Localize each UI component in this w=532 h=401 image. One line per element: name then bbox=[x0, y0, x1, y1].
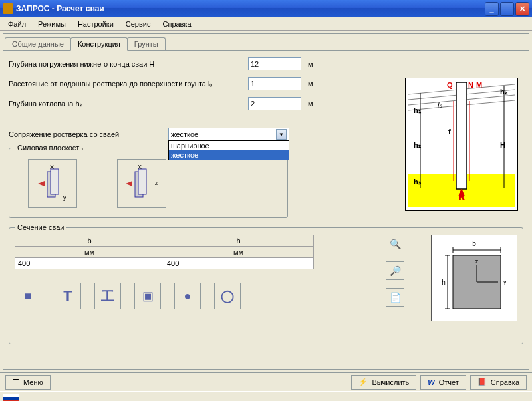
status-bar bbox=[0, 391, 532, 401]
force-plane-title: Силовая плоскость bbox=[15, 144, 86, 152]
help-icon: 📕 bbox=[477, 378, 487, 386]
tab-soils[interactable]: Грунты bbox=[127, 37, 166, 51]
menu-icon: ☰ bbox=[13, 378, 19, 386]
zoom-button[interactable]: 🔍 bbox=[386, 235, 404, 253]
pile-section-title: Сечение сваи bbox=[15, 223, 66, 231]
menu-service[interactable]: Сервис bbox=[120, 19, 156, 29]
joint-dropdown-list: шарнирное жесткое bbox=[168, 140, 289, 160]
square-icon: ■ bbox=[25, 289, 32, 303]
zoom2-icon: 🔎 bbox=[390, 265, 401, 276]
unit-header-b: мм bbox=[15, 247, 164, 258]
report-button[interactable]: W Отчет bbox=[420, 375, 466, 390]
document-button[interactable]: 📄 bbox=[386, 288, 404, 307]
shape-square-button[interactable]: ■ bbox=[15, 283, 41, 309]
distance-input[interactable] bbox=[248, 77, 301, 90]
unit-header-h: мм bbox=[164, 247, 313, 258]
pile-section-group: Сечение сваи b h мм мм 400 bbox=[9, 227, 523, 344]
joint-dropdown[interactable]: жесткое ▼ bbox=[168, 128, 289, 141]
minimize-button[interactable]: _ bbox=[485, 2, 499, 16]
doc-icon: 📄 bbox=[390, 292, 401, 303]
svg-rect-5 bbox=[138, 169, 146, 194]
main-panel: Общие данные Конструкция Грунты Глубина … bbox=[3, 33, 529, 370]
cross-section-diagram: b h z y bbox=[431, 235, 517, 321]
solidcircle-icon: ● bbox=[184, 289, 192, 303]
svg-text:y: y bbox=[503, 279, 507, 285]
svg-text:z: z bbox=[475, 258, 479, 265]
joint-dropdown-value: жесткое bbox=[171, 130, 276, 138]
depth-unit: м bbox=[308, 60, 313, 68]
svg-text:X: X bbox=[50, 164, 54, 170]
svg-text:b: b bbox=[472, 240, 476, 247]
svg-text:h: h bbox=[442, 279, 446, 286]
toolbar-menu-button[interactable]: ☰ Меню bbox=[5, 375, 51, 390]
ibeam-icon: 工 bbox=[101, 287, 114, 305]
shape-ring-button[interactable]: ◯ bbox=[214, 283, 241, 309]
joint-label: Сопряжение ростверка со сваей bbox=[9, 130, 168, 138]
menu-settings[interactable]: Настройки bbox=[72, 19, 119, 29]
shape-tee-button[interactable]: T bbox=[55, 283, 81, 309]
joint-option-rigid[interactable]: жесткое bbox=[169, 150, 289, 160]
svg-text:y: y bbox=[63, 194, 66, 201]
menu-file[interactable]: Файл bbox=[3, 19, 31, 29]
col-header-h: h bbox=[164, 235, 313, 247]
help-button[interactable]: 📕 Справка bbox=[470, 375, 527, 390]
menu-modes[interactable]: Режимы bbox=[33, 19, 71, 29]
bottom-toolbar: ☰ Меню ⚡ Вычислить W Отчет 📕 Справка bbox=[0, 372, 532, 391]
svg-text:X: X bbox=[138, 164, 142, 170]
depth-label: Глубина погружения нижнего конца сваи H bbox=[9, 60, 248, 68]
help-label: Справка bbox=[491, 378, 519, 386]
col-header-b: b bbox=[15, 235, 164, 247]
pit-depth-unit: м bbox=[308, 100, 313, 108]
shape-solidcircle-button[interactable]: ● bbox=[174, 283, 201, 309]
svg-text:z: z bbox=[155, 180, 158, 186]
cell-h-value[interactable]: 400 bbox=[164, 258, 313, 269]
joint-option-hinged[interactable]: шарнирное bbox=[169, 141, 289, 150]
report-label: Отчет bbox=[439, 378, 459, 386]
tee-icon: T bbox=[63, 287, 72, 305]
flag-icon bbox=[3, 394, 19, 402]
force-plane-xy-button[interactable]: X y bbox=[28, 159, 77, 208]
pit-depth-input[interactable] bbox=[248, 97, 301, 110]
calculate-button[interactable]: ⚡ Вычислить bbox=[351, 375, 416, 390]
menu-help[interactable]: Справка bbox=[157, 19, 196, 29]
report-icon: W bbox=[428, 378, 434, 386]
title-bar: ЗАПРОС - Расчет сваи _ □ ✕ bbox=[0, 0, 532, 17]
depth-input[interactable] bbox=[248, 57, 301, 70]
close-button[interactable]: ✕ bbox=[515, 2, 529, 16]
pit-depth-label: Глубина котлована hₖ bbox=[9, 100, 248, 108]
bolt-icon: ⚡ bbox=[358, 378, 368, 386]
ring-icon: ◯ bbox=[221, 289, 234, 303]
section-table: b h мм мм 400 400 bbox=[15, 235, 314, 269]
shape-ibeam-button[interactable]: 工 bbox=[94, 283, 121, 309]
chevron-down-icon: ▼ bbox=[276, 129, 287, 140]
calculate-label: Вычислить bbox=[372, 378, 409, 386]
tab-strip: Общие данные Конструкция Грунты bbox=[5, 37, 529, 50]
menu-button-label: Меню bbox=[23, 378, 43, 386]
svg-rect-1 bbox=[51, 169, 59, 194]
menu-bar: Файл Режимы Настройки Сервис Справка bbox=[0, 17, 532, 31]
zoom2-button[interactable]: 🔎 bbox=[386, 261, 404, 280]
shape-boxhole-button[interactable]: ▣ bbox=[134, 283, 161, 309]
cell-b-value[interactable]: 400 bbox=[15, 258, 164, 269]
maximize-button[interactable]: □ bbox=[500, 2, 514, 16]
distance-unit: м bbox=[308, 80, 313, 88]
tab-construction[interactable]: Конструкция bbox=[70, 37, 128, 51]
zoom-icon: 🔍 bbox=[390, 239, 401, 249]
tab-body: Глубина погружения нижнего конца сваи H … bbox=[3, 50, 529, 350]
window-title: ЗАПРОС - Расчет сваи bbox=[16, 4, 485, 13]
distance-label: Расстояние от подошвы ростверка до повер… bbox=[9, 80, 248, 88]
app-icon bbox=[3, 3, 13, 14]
tab-general[interactable]: Общие данные bbox=[5, 37, 71, 51]
boxhole-icon: ▣ bbox=[142, 289, 154, 303]
force-plane-xz-button[interactable]: X z bbox=[117, 159, 166, 208]
